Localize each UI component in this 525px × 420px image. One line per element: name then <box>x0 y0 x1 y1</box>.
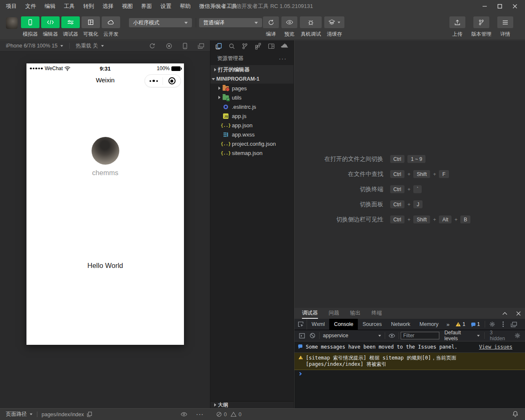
tab-problems[interactable]: 问题 <box>329 308 339 319</box>
tree-item-appwxss[interactable]: app.wxss <box>210 130 294 139</box>
tree-item-utils[interactable]: utils <box>210 93 294 102</box>
json-file-icon: {..} <box>220 123 231 128</box>
devtools-tab-memory[interactable]: Memory <box>415 319 443 330</box>
tab-output[interactable]: 输出 <box>350 308 361 319</box>
upload-button[interactable]: 上传 <box>449 16 465 38</box>
caret-down-icon <box>337 21 340 23</box>
project-root-item[interactable]: MINIPROGRAM-1 <box>210 74 294 84</box>
menu-settings[interactable]: 设置 <box>160 3 171 10</box>
carrier-label: WeChat <box>45 66 63 71</box>
tree-item-projectconfig[interactable]: {..} project.config.json <box>210 139 294 148</box>
cloud-dev-button[interactable]: 云开发 <box>101 16 121 38</box>
menu-file[interactable]: 文件 <box>25 3 36 10</box>
view-issues-link[interactable]: View issues <box>479 344 512 350</box>
close-button[interactable] <box>507 0 522 13</box>
collapse-panel-button[interactable] <box>498 308 512 319</box>
simulator-toggle-button[interactable]: 模拟器 <box>20 16 40 38</box>
extensions-icon[interactable] <box>255 43 262 50</box>
preview-button[interactable]: 预览 <box>281 16 297 38</box>
devtools-tab-wxml[interactable]: Wxml <box>307 319 329 330</box>
menu-edit[interactable]: 编辑 <box>45 3 55 10</box>
compile-mode-select[interactable]: 普通编译 <box>199 18 262 27</box>
key-badge: Shift <box>413 170 430 178</box>
hot-reload-select[interactable]: 热重载 关 <box>76 42 104 50</box>
live-expression-button[interactable] <box>387 330 397 341</box>
record-icon[interactable] <box>166 43 172 49</box>
user-avatar[interactable] <box>6 17 18 29</box>
device-frame-icon[interactable] <box>183 43 187 49</box>
debugger-panel: 调试器 问题 输出 终端 Wxml <box>294 308 525 408</box>
tab-terminal[interactable]: 终端 <box>372 308 382 319</box>
devtools-tab-console[interactable]: Console <box>329 319 358 330</box>
tab-debugger[interactable]: 调试器 <box>302 308 318 319</box>
phone-status-bar: WeChat 9:31 100% <box>26 63 184 74</box>
bell-icon[interactable] <box>512 411 518 417</box>
close-panel-button[interactable] <box>512 308 525 319</box>
page-path-label[interactable]: 页面路径 <box>6 411 27 418</box>
more-options-button[interactable]: ··· <box>197 412 205 417</box>
tree-item-pages[interactable]: pages <box>210 84 294 93</box>
dock-side-button[interactable] <box>509 319 520 330</box>
capsule-exit-button[interactable] <box>163 77 181 84</box>
warning-count-badge[interactable]: 1 <box>456 321 465 327</box>
issue-count-badge[interactable]: 1 <box>471 321 480 327</box>
minimize-button[interactable] <box>477 0 492 13</box>
console-sidebar-button[interactable] <box>297 330 307 341</box>
inspect-element-button[interactable] <box>294 319 307 330</box>
menu-select[interactable]: 选择 <box>102 3 113 10</box>
menu-project[interactable]: 项目 <box>6 3 17 10</box>
more-tabs-button[interactable]: » <box>443 321 453 328</box>
version-control-button[interactable]: 版本管理 <box>471 16 491 38</box>
eye-icon[interactable] <box>181 412 187 417</box>
editor-layout-icon[interactable] <box>268 43 275 50</box>
mode-select[interactable]: 小程序模式 <box>129 18 192 27</box>
devtools-menu-button[interactable] <box>498 319 509 330</box>
open-editors-section[interactable]: 打开的编辑器 <box>210 65 294 74</box>
clear-cache-button[interactable]: 清缓存 <box>324 16 344 38</box>
log-levels-select[interactable]: Default levels <box>444 330 480 341</box>
devtools-tab-network[interactable]: Network <box>386 319 415 330</box>
devtools-tab-sources[interactable]: Sources <box>358 319 386 330</box>
devtools-settings-button[interactable] <box>487 319 498 330</box>
console-settings-button[interactable] <box>512 330 522 341</box>
plugin-teapot-icon[interactable] <box>281 43 289 49</box>
capsule-more-button[interactable] <box>145 80 163 82</box>
panel-toggle-icon <box>299 333 305 339</box>
eslint-icon <box>223 105 228 109</box>
windows-icon[interactable] <box>198 43 204 49</box>
tree-item-appjs[interactable]: JS app.js <box>210 111 294 121</box>
explorer-more-button[interactable]: ··· <box>279 55 287 62</box>
filter-input[interactable] <box>401 332 439 339</box>
clear-console-button[interactable] <box>307 330 317 341</box>
device-select[interactable]: iPhone 6/7/8 100% 15 <box>6 43 63 49</box>
clear-icon <box>310 333 315 339</box>
compile-button[interactable]: 编译 <box>263 16 279 38</box>
remote-debug-button[interactable]: 真机调试 <box>300 16 322 38</box>
console-prompt[interactable] <box>294 370 525 379</box>
copy-icon[interactable] <box>87 412 92 417</box>
tree-item-appjson[interactable]: {..} app.json <box>210 121 294 130</box>
rotate-icon[interactable] <box>149 43 155 49</box>
files-icon[interactable] <box>215 43 222 50</box>
maximize-button[interactable] <box>492 0 507 13</box>
outline-section[interactable]: 大纲 <box>210 401 294 408</box>
error-count: 0 <box>224 412 227 417</box>
visualizer-toggle-button[interactable]: 可视化 <box>81 16 101 38</box>
source-control-icon[interactable] <box>242 43 248 50</box>
search-icon[interactable] <box>228 43 235 50</box>
menu-view[interactable]: 视图 <box>122 3 133 10</box>
tree-item-eslintrc[interactable]: .eslintrc.js <box>210 102 294 111</box>
console-toolbar: appservice Default levels 3 hidden <box>294 330 525 341</box>
menu-goto[interactable]: 转到 <box>83 3 94 10</box>
editor-toggle-button[interactable]: 编辑器 <box>40 16 60 38</box>
debugger-toggle-button[interactable]: 调试器 <box>60 16 81 38</box>
context-select[interactable]: appservice <box>323 333 381 339</box>
sliders-icon <box>67 20 74 25</box>
details-button[interactable]: 详情 <box>497 16 513 38</box>
profile-avatar[interactable] <box>92 137 119 165</box>
menu-help[interactable]: 帮助 <box>180 3 191 10</box>
problems-status[interactable]: 0 0 <box>210 409 294 420</box>
menu-interface[interactable]: 界面 <box>141 3 152 10</box>
tree-item-sitemap[interactable]: {..} sitemap.json <box>210 148 294 158</box>
menu-tools[interactable]: 工具 <box>64 3 75 10</box>
